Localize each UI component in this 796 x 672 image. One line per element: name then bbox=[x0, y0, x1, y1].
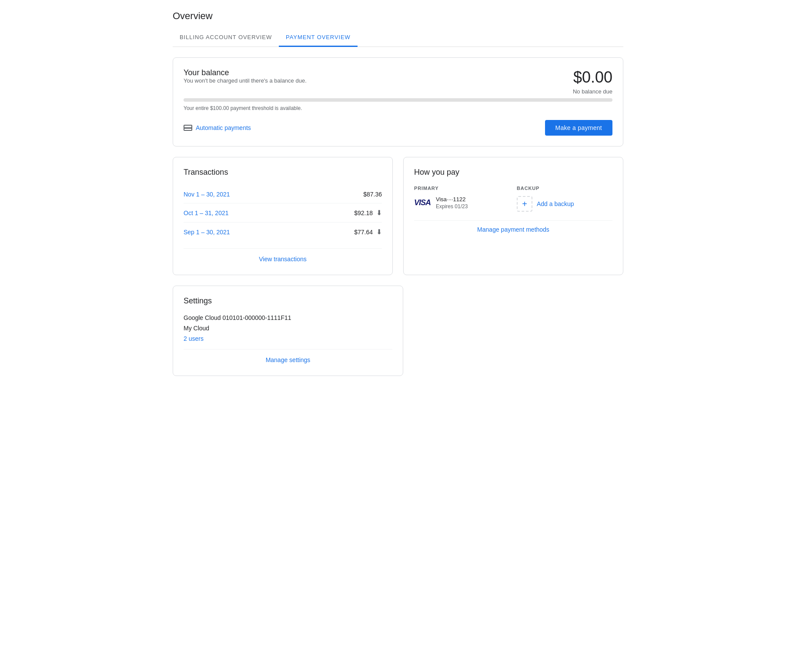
plus-icon: + bbox=[522, 199, 527, 209]
card-number: Visa····1122 bbox=[436, 196, 468, 203]
add-backup-button[interactable]: + bbox=[517, 196, 532, 212]
auto-payments-label: Automatic payments bbox=[196, 124, 251, 131]
settings-title: Settings bbox=[184, 296, 392, 306]
table-row: Nov 1 – 30, 2021 $87.36 bbox=[184, 186, 382, 203]
transactions-card: Transactions Nov 1 – 30, 2021 $87.36 Oct… bbox=[173, 157, 393, 275]
visa-section: VISA Visa····1122 Expires 01/23 bbox=[414, 196, 510, 210]
table-row: Sep 1 – 30, 2021 $77.64 ⬇ bbox=[184, 223, 382, 241]
add-backup-section: + Add a backup bbox=[517, 196, 612, 212]
add-backup-link[interactable]: Add a backup bbox=[537, 200, 574, 207]
tabs-container: BILLING ACCOUNT OVERVIEW PAYMENT OVERVIE… bbox=[173, 29, 623, 47]
balance-description: You won't be charged until there's a bal… bbox=[184, 77, 307, 84]
transaction-period-1[interactable]: Nov 1 – 30, 2021 bbox=[184, 191, 230, 198]
backup-payment-section: BACKUP + Add a backup bbox=[517, 186, 612, 212]
balance-amount: $0.00 bbox=[573, 68, 612, 86]
backup-label: BACKUP bbox=[517, 186, 612, 191]
primary-payment-section: PRIMARY VISA Visa····1122 Expires 01/23 bbox=[414, 186, 510, 212]
download-icon-1[interactable]: ⬇ bbox=[376, 209, 382, 217]
tab-billing-account-overview[interactable]: BILLING ACCOUNT OVERVIEW bbox=[173, 29, 279, 47]
threshold-text: Your entire $100.00 payment threshold is… bbox=[184, 105, 612, 111]
tab-payment-overview[interactable]: PAYMENT OVERVIEW bbox=[279, 29, 358, 47]
how-you-pay-card: How you pay PRIMARY VISA Visa····1122 Ex… bbox=[403, 157, 623, 275]
page-title: Overview bbox=[173, 10, 623, 22]
balance-card: Your balance You won't be charged until … bbox=[173, 57, 623, 146]
card-expiry: Expires 01/23 bbox=[436, 203, 468, 210]
primary-label: PRIMARY bbox=[414, 186, 510, 191]
automatic-payments-link[interactable]: Automatic payments bbox=[184, 124, 251, 131]
table-row: Oct 1 – 31, 2021 $92.18 ⬇ bbox=[184, 203, 382, 223]
how-you-pay-title: How you pay bbox=[414, 168, 612, 177]
transaction-period-3[interactable]: Sep 1 – 30, 2021 bbox=[184, 229, 230, 236]
visa-logo: VISA bbox=[414, 198, 431, 207]
settings-users-link[interactable]: 2 users bbox=[184, 335, 204, 342]
transaction-amount-3: $77.64 ⬇ bbox=[354, 228, 382, 236]
manage-payment-methods-link[interactable]: Manage payment methods bbox=[414, 220, 612, 235]
settings-account-id: Google Cloud 010101-000000-1111F11 bbox=[184, 314, 392, 321]
transaction-amount-1: $87.36 bbox=[363, 191, 382, 198]
cards-row: Transactions Nov 1 – 30, 2021 $87.36 Oct… bbox=[173, 157, 623, 275]
credit-card-icon bbox=[184, 125, 192, 131]
view-transactions-link[interactable]: View transactions bbox=[184, 249, 382, 264]
transaction-amount-2: $92.18 ⬇ bbox=[354, 209, 382, 217]
make-payment-button[interactable]: Make a payment bbox=[545, 120, 612, 136]
transactions-title: Transactions bbox=[184, 168, 382, 177]
download-icon-2[interactable]: ⬇ bbox=[376, 228, 382, 236]
transaction-period-2[interactable]: Oct 1 – 31, 2021 bbox=[184, 210, 229, 216]
balance-status: No balance due bbox=[573, 88, 612, 95]
balance-title: Your balance bbox=[184, 68, 307, 77]
payment-methods-grid: PRIMARY VISA Visa····1122 Expires 01/23 … bbox=[414, 186, 612, 212]
settings-card: Settings Google Cloud 010101-000000-1111… bbox=[173, 286, 403, 376]
transactions-list: Nov 1 – 30, 2021 $87.36 Oct 1 – 31, 2021… bbox=[184, 186, 382, 241]
manage-settings-link[interactable]: Manage settings bbox=[184, 349, 392, 365]
progress-bar-container bbox=[184, 98, 612, 102]
settings-account-name: My Cloud bbox=[184, 325, 392, 332]
